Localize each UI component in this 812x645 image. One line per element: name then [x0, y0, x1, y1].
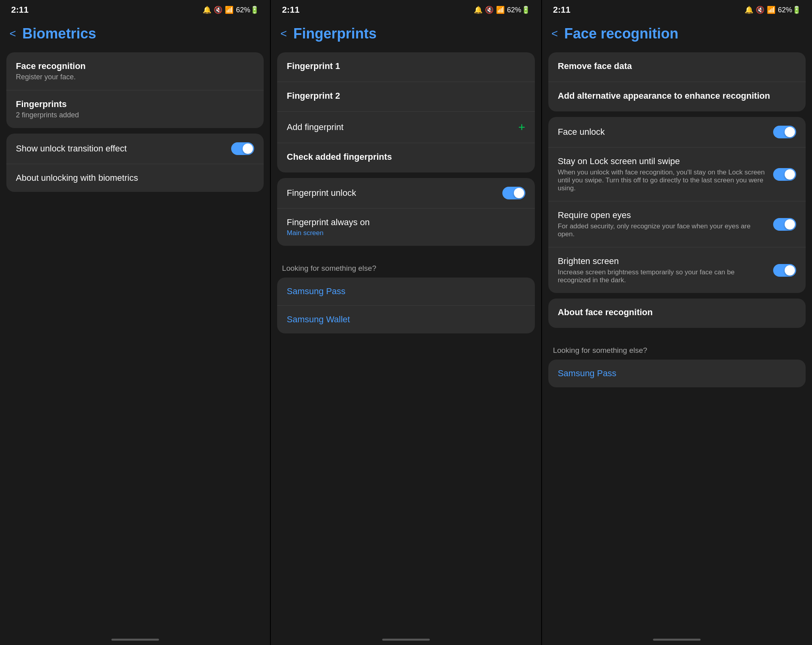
face-card-2: Face unlock Stay on Lock screen until sw…: [548, 117, 806, 293]
biometrics-card-2: Show unlock transition effect About unlo…: [6, 134, 264, 192]
fingerprint-2-item[interactable]: Fingerprint 2: [277, 82, 534, 112]
add-fingerprint-row[interactable]: Add fingerprint +: [277, 112, 534, 143]
fingerprints-header: < Fingerprints: [271, 18, 541, 49]
status-time-1: 2:11: [11, 5, 29, 15]
samsung-wallet-row[interactable]: Samsung Wallet: [277, 306, 534, 333]
stay-lock-screen-sublabel: When you unlock with face recognition, y…: [558, 168, 768, 192]
nav-hint-1: [0, 637, 270, 645]
status-time-3: 2:11: [553, 5, 571, 15]
face-recognition-title-header: Face recognition: [564, 25, 678, 42]
fingerprint-always-sublabel: Main screen: [287, 229, 525, 237]
fingerprints-screen: 2:11 🔔 🔇 📶 62%🔋 < Fingerprints Fingerpri…: [271, 0, 542, 645]
brighten-screen-toggle[interactable]: [773, 264, 796, 277]
status-time-2: 2:11: [282, 5, 299, 15]
face-recognition-content: Remove face data Add alternative appeara…: [542, 49, 812, 637]
nav-hint-3: [542, 637, 812, 645]
looking-label: Looking for something else?: [277, 261, 534, 278]
unlock-transition-toggle[interactable]: [231, 142, 254, 155]
check-fingerprints-label: Check added fingerprints: [287, 152, 525, 162]
nav-hint-2: [271, 637, 541, 645]
require-open-eyes-toggle[interactable]: [773, 218, 796, 231]
samsung-pass-row-3[interactable]: Samsung Pass: [548, 360, 806, 387]
face-recognition-subtitle: Register your face.: [16, 73, 254, 81]
fingerprints-item[interactable]: Fingerprints 2 fingerprints added: [6, 90, 264, 128]
about-face-recognition-item[interactable]: About face recognition: [548, 299, 806, 328]
require-open-eyes-row[interactable]: Require open eyes For added security, on…: [548, 201, 806, 247]
fingerprint-2-label: Fingerprint 2: [287, 91, 525, 101]
fingerprint-always-label: Fingerprint always on: [287, 217, 525, 228]
samsung-pass-label-3[interactable]: Samsung Pass: [558, 368, 796, 379]
samsung-wallet-label[interactable]: Samsung Wallet: [287, 314, 525, 325]
about-face-recognition-label: About face recognition: [558, 307, 796, 318]
wifi-icon-2: 📶: [496, 6, 505, 14]
nav-bar-1: [111, 639, 159, 641]
fingerprints-footer-card: Samsung Pass Samsung Wallet: [277, 278, 534, 333]
battery-icon: 62%🔋: [236, 6, 259, 14]
back-button-2[interactable]: <: [280, 27, 287, 40]
remove-face-data-label: Remove face data: [558, 61, 796, 71]
samsung-pass-label-2[interactable]: Samsung Pass: [287, 286, 525, 297]
require-open-eyes-label: Require open eyes: [558, 210, 768, 220]
battery-icon-3: 62%🔋: [778, 6, 801, 14]
biometrics-card-1: Face recognition Register your face. Fin…: [6, 52, 264, 128]
fingerprints-title-header: Fingerprints: [293, 25, 377, 42]
status-icons-3: 🔔 🔇 📶 62%🔋: [745, 6, 801, 14]
fingerprints-card-2: Fingerprint unlock Fingerprint always on…: [277, 178, 534, 246]
volume-icon-3: 🔇: [756, 6, 764, 14]
notification-icon-3: 🔔: [745, 6, 753, 14]
add-alternative-item[interactable]: Add alternative appearance to enhance re…: [548, 82, 806, 111]
face-footer-card: Samsung Pass: [548, 360, 806, 387]
check-fingerprints-item[interactable]: Check added fingerprints: [277, 143, 534, 172]
status-bar-3: 2:11 🔔 🔇 📶 62%🔋: [542, 0, 812, 18]
face-recognition-title: Face recognition: [16, 61, 254, 71]
face-unlock-toggle[interactable]: [773, 126, 796, 138]
fingerprint-always-row[interactable]: Fingerprint always on Main screen: [277, 209, 534, 246]
unlock-transition-row[interactable]: Show unlock transition effect: [6, 134, 264, 164]
biometrics-screen: 2:11 🔔 🔇 📶 62%🔋 < Biometrics Face recogn…: [0, 0, 271, 645]
fingerprints-title: Fingerprints: [16, 99, 254, 109]
face-recognition-item[interactable]: Face recognition Register your face.: [6, 52, 264, 90]
add-alternative-label: Add alternative appearance to enhance re…: [558, 91, 796, 101]
fingerprint-unlock-toggle[interactable]: [502, 187, 525, 199]
nav-bar-3: [653, 639, 701, 641]
add-fingerprint-icon[interactable]: +: [518, 121, 525, 134]
back-button-3[interactable]: <: [552, 27, 558, 40]
face-recognition-screen: 2:11 🔔 🔇 📶 62%🔋 < Face recognition Remov…: [542, 0, 812, 645]
face-unlock-label: Face unlock: [558, 127, 773, 137]
fingerprint-1-label: Fingerprint 1: [287, 61, 525, 71]
stay-lock-screen-row[interactable]: Stay on Lock screen until swipe When you…: [548, 147, 806, 201]
wifi-icon-3: 📶: [767, 6, 776, 14]
biometrics-title: Biometrics: [22, 25, 96, 42]
face-recognition-header: < Face recognition: [542, 18, 812, 49]
about-unlocking-row[interactable]: About unlocking with biometrics: [6, 164, 264, 192]
volume-icon: 🔇: [214, 6, 222, 14]
wifi-icon: 📶: [225, 6, 234, 14]
face-unlock-row[interactable]: Face unlock: [548, 117, 806, 147]
fingerprint-1-item[interactable]: Fingerprint 1: [277, 52, 534, 82]
samsung-pass-row-2[interactable]: Samsung Pass: [277, 278, 534, 306]
face-card-3: About face recognition: [548, 299, 806, 328]
status-icons-1: 🔔 🔇 📶 62%🔋: [203, 6, 259, 14]
status-bar-2: 2:11 🔔 🔇 📶 62%🔋: [271, 0, 541, 18]
remove-face-data-item[interactable]: Remove face data: [548, 52, 806, 82]
add-fingerprint-label: Add fingerprint: [287, 122, 518, 132]
volume-icon-2: 🔇: [485, 6, 494, 14]
notification-icon: 🔔: [203, 6, 211, 14]
status-bar-1: 2:11 🔔 🔇 📶 62%🔋: [0, 0, 270, 18]
looking-label-3: Looking for something else?: [548, 343, 806, 360]
fingerprints-card-1: Fingerprint 1 Fingerprint 2 Add fingerpr…: [277, 52, 534, 172]
stay-lock-screen-toggle[interactable]: [773, 168, 796, 181]
notification-icon-2: 🔔: [474, 6, 483, 14]
face-card-1: Remove face data Add alternative appeara…: [548, 52, 806, 111]
brighten-screen-sublabel: Increase screen brightness temporarily s…: [558, 268, 768, 284]
require-open-eyes-sublabel: For added security, only recognize your …: [558, 222, 768, 238]
nav-bar-2: [382, 639, 430, 641]
biometrics-header: < Biometrics: [0, 18, 270, 49]
fingerprint-unlock-label: Fingerprint unlock: [287, 188, 502, 198]
fingerprints-content: Fingerprint 1 Fingerprint 2 Add fingerpr…: [271, 49, 541, 637]
brighten-screen-row[interactable]: Brighten screen Increase screen brightne…: [548, 247, 806, 293]
fingerprint-unlock-row[interactable]: Fingerprint unlock: [277, 178, 534, 209]
brighten-screen-label: Brighten screen: [558, 256, 768, 266]
back-button-1[interactable]: <: [10, 27, 16, 40]
biometrics-content: Face recognition Register your face. Fin…: [0, 49, 270, 637]
